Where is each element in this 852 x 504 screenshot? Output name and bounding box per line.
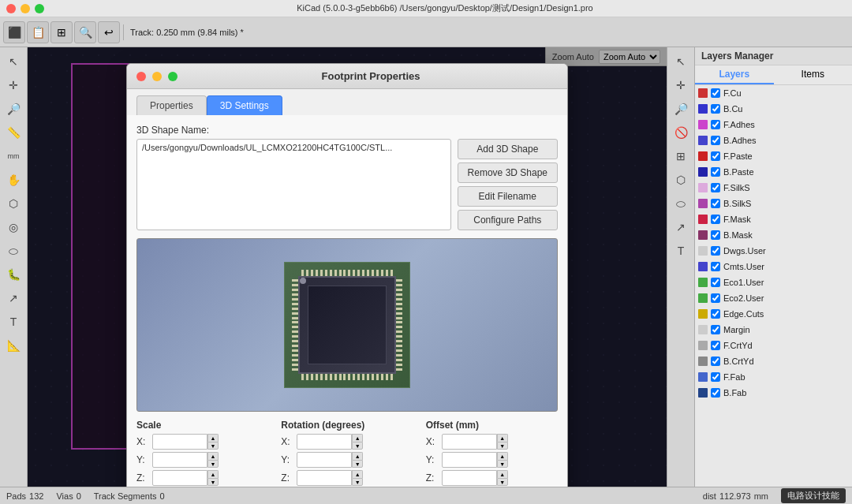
tool-arc[interactable]: ↗ xyxy=(2,287,24,309)
toolbar-btn-1[interactable]: ⬛ xyxy=(3,21,25,43)
layer-visibility-checkbox[interactable] xyxy=(711,183,720,192)
scale-x-down[interactable]: ▼ xyxy=(207,442,219,450)
rot-y-input[interactable]: 0.00 ▲▼ xyxy=(297,452,363,468)
rot-y-up[interactable]: ▲ xyxy=(352,452,363,460)
tool-inspect[interactable]: 🔎 xyxy=(2,98,24,120)
layer-item[interactable]: Margin xyxy=(695,322,852,338)
rt-route[interactable]: ↗ xyxy=(670,216,692,238)
layer-visibility-checkbox[interactable] xyxy=(711,136,720,145)
off-y-down[interactable]: ▼ xyxy=(497,460,508,468)
layer-visibility-checkbox[interactable] xyxy=(711,388,720,398)
scale-x-up[interactable]: ▲ xyxy=(207,434,219,442)
scale-z-input[interactable]: 1.0000 ▲▼ xyxy=(152,470,219,486)
off-z-down[interactable]: ▼ xyxy=(497,478,508,486)
rt-footprint[interactable]: ⬡ xyxy=(670,169,692,191)
layer-item[interactable]: F.Adhes xyxy=(695,117,852,133)
scale-y-input[interactable]: 1.0000 ▲▼ xyxy=(152,452,219,468)
layer-visibility-checkbox[interactable] xyxy=(711,167,720,177)
scale-y-up[interactable]: ▲ xyxy=(207,452,219,460)
layer-item[interactable]: Cmts.User xyxy=(695,259,852,274)
tool-via[interactable]: ◎ xyxy=(2,216,24,238)
rot-x-input[interactable]: 0.00 ▲▼ xyxy=(297,434,363,450)
off-z-up[interactable]: ▲ xyxy=(497,470,508,478)
toolbar-btn-undo[interactable]: ↩ xyxy=(98,21,120,43)
dialog-max-button[interactable] xyxy=(168,72,178,81)
scale-z-down[interactable]: ▼ xyxy=(207,478,219,486)
layer-item[interactable]: F.Paste xyxy=(695,148,852,164)
layer-item[interactable]: F.Mask xyxy=(695,211,852,227)
tool-measure[interactable]: 📏 xyxy=(2,121,24,144)
rot-z-field[interactable]: 0.00 xyxy=(297,470,352,486)
off-y-input[interactable]: 0.0000 ▲▼ xyxy=(442,452,508,468)
rot-y-field[interactable]: 0.00 xyxy=(297,452,352,468)
layer-visibility-checkbox[interactable] xyxy=(711,246,720,256)
rot-z-input[interactable]: 0.00 ▲▼ xyxy=(297,470,363,486)
configure-paths-button[interactable]: Configure Paths xyxy=(458,210,558,230)
layer-item[interactable]: F.Cu xyxy=(695,85,852,101)
tool-mm[interactable]: mm xyxy=(2,145,24,167)
layer-visibility-checkbox[interactable] xyxy=(711,325,720,334)
remove-shape-button[interactable]: Remove 3D Shape xyxy=(458,162,558,183)
rot-x-down[interactable]: ▼ xyxy=(352,442,363,450)
layer-item[interactable]: F.SilkS xyxy=(695,180,852,196)
rot-z-up[interactable]: ▲ xyxy=(352,470,363,478)
tab-layers[interactable]: Layers xyxy=(695,65,774,84)
layer-item[interactable]: Edge.Cuts xyxy=(695,306,852,322)
rt-text[interactable]: T xyxy=(670,240,692,262)
rt-zone[interactable]: ⬭ xyxy=(670,192,692,215)
tool-drc[interactable]: 🐛 xyxy=(2,263,24,286)
rot-x-up[interactable]: ▲ xyxy=(352,434,363,442)
layer-visibility-checkbox[interactable] xyxy=(711,293,720,303)
layer-visibility-checkbox[interactable] xyxy=(711,357,720,366)
layer-visibility-checkbox[interactable] xyxy=(711,262,720,271)
tab-items[interactable]: Items xyxy=(774,65,853,84)
layer-visibility-checkbox[interactable] xyxy=(711,88,720,98)
tool-pad[interactable]: ⬡ xyxy=(2,192,24,215)
tool-zone[interactable]: ⬭ xyxy=(2,240,24,262)
tool-route[interactable]: ✛ xyxy=(2,74,24,96)
layer-item[interactable]: B.Adhes xyxy=(695,133,852,148)
tool-text[interactable]: T xyxy=(2,311,24,333)
scale-x-field[interactable]: 1.0000 xyxy=(152,434,207,450)
layer-visibility-checkbox[interactable] xyxy=(711,120,720,129)
layer-visibility-checkbox[interactable] xyxy=(711,278,720,287)
rt-add[interactable]: ✛ xyxy=(670,74,692,96)
tab-3d-settings[interactable]: 3D Settings xyxy=(207,95,282,115)
tab-properties[interactable]: Properties xyxy=(136,95,207,115)
layer-visibility-checkbox[interactable] xyxy=(711,104,720,114)
scale-z-up[interactable]: ▲ xyxy=(207,470,219,478)
scale-x-input[interactable]: 1.0000 ▲ ▼ xyxy=(152,434,219,450)
toolbar-btn-3[interactable]: ⊞ xyxy=(50,21,73,43)
scale-y-field[interactable]: 1.0000 xyxy=(152,452,207,468)
add-shape-button[interactable]: Add 3D Shape xyxy=(458,139,558,159)
edit-filename-button[interactable]: Edit Filename xyxy=(458,186,558,207)
tool-pan[interactable]: ✋ xyxy=(2,169,24,191)
rt-drc[interactable]: 🚫 xyxy=(670,121,692,144)
rot-y-down[interactable]: ▼ xyxy=(352,460,363,468)
file-path-box[interactable]: /Users/gongyu/Downloads/UL_LCMXO21200HC4… xyxy=(136,139,451,230)
layer-visibility-checkbox[interactable] xyxy=(711,199,720,208)
close-button[interactable] xyxy=(6,4,16,13)
layer-item[interactable]: B.Fab xyxy=(695,385,852,401)
off-z-field[interactable]: 0.0000 xyxy=(442,470,497,486)
layer-item[interactable]: F.Fab xyxy=(695,369,852,385)
layer-item[interactable]: B.SilkS xyxy=(695,196,852,211)
layer-item[interactable]: Eco2.User xyxy=(695,290,852,306)
layer-visibility-checkbox[interactable] xyxy=(711,215,720,224)
scale-y-down[interactable]: ▼ xyxy=(207,460,219,468)
layer-item[interactable]: B.Mask xyxy=(695,227,852,243)
maximize-button[interactable] xyxy=(35,4,44,13)
window-controls[interactable] xyxy=(6,4,44,13)
rot-x-field[interactable]: 0.00 xyxy=(297,434,352,450)
layer-item[interactable]: B.CrtYd xyxy=(695,353,852,369)
layer-item[interactable]: Eco1.User xyxy=(695,274,852,290)
rt-cursor[interactable]: ↖ xyxy=(670,50,692,73)
off-z-input[interactable]: 0.0000 ▲▼ xyxy=(442,470,508,486)
off-x-down[interactable]: ▼ xyxy=(497,442,508,450)
dialog-min-button[interactable] xyxy=(152,72,162,81)
pcb-canvas[interactable]: Zoom Auto Zoom Auto Zoom 1:1 Footprint P… xyxy=(28,47,667,487)
off-y-up[interactable]: ▲ xyxy=(497,452,508,460)
rot-z-down[interactable]: ▼ xyxy=(352,478,363,486)
dialog-close-button[interactable] xyxy=(136,72,146,81)
off-x-field[interactable]: 0.0000 xyxy=(442,434,497,450)
